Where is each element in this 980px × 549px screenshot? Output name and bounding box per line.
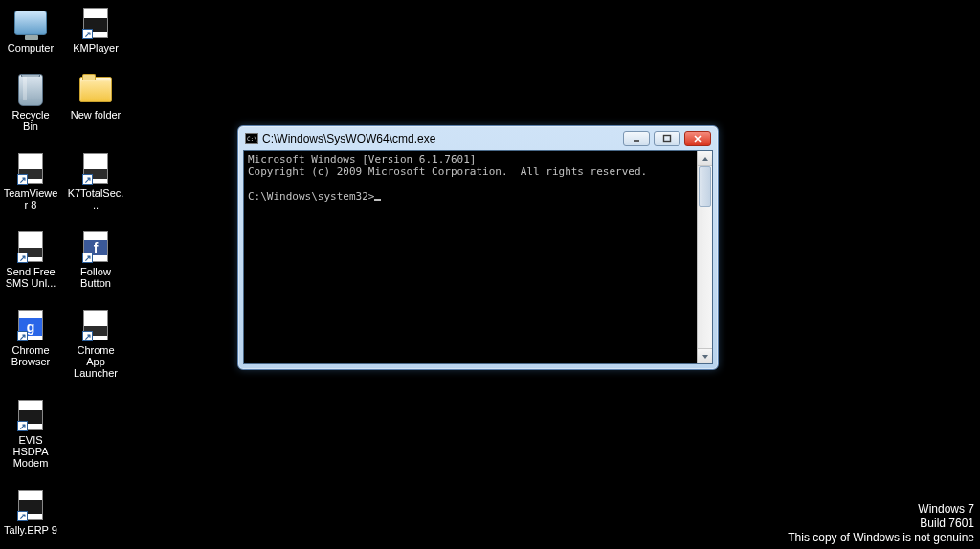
scroll-down-button[interactable]	[698, 348, 712, 363]
send-free-sms-shortcut-icon[interactable]: ↗Send Free SMS Unl...	[4, 230, 57, 289]
close-button[interactable]	[684, 131, 711, 146]
vertical-scrollbar[interactable]	[697, 151, 712, 363]
icon-label: K7TotalSec...	[67, 187, 124, 210]
svg-rect-1	[664, 136, 671, 142]
scroll-thumb[interactable]	[699, 166, 711, 207]
new-folder-icon[interactable]: New folder	[69, 73, 122, 132]
icon-label: Chrome App Launcher	[69, 344, 122, 379]
terminal-cursor	[374, 199, 381, 201]
watermark-line1: Windows 7	[788, 502, 974, 516]
cmd-window[interactable]: C:\Windows\SysWOW64\cmd.exe Microsoft Wi…	[237, 125, 719, 370]
window-titlebar[interactable]: C:\Windows\SysWOW64\cmd.exe	[243, 131, 713, 150]
chrome-browser-shortcut-icon[interactable]: g↗Chrome Browser	[4, 308, 57, 379]
icon-label: Follow Button	[69, 266, 122, 289]
window-title: C:\Windows\SysWOW64\cmd.exe	[262, 132, 619, 145]
kmplayer-shortcut-icon[interactable]: ↗KMPlayer	[69, 6, 122, 54]
scroll-track[interactable]	[698, 166, 712, 348]
scroll-up-button[interactable]	[698, 151, 712, 166]
evis-hsdpa-modem-shortcut-icon[interactable]: ↗EVIS HSDPA Modem	[4, 398, 57, 469]
window-client-area: Microsoft Windows [Version 6.1.7601] Cop…	[243, 150, 713, 364]
icon-label: Chrome Browser	[4, 344, 57, 367]
terminal-line-1: Microsoft Windows [Version 6.1.7601]	[248, 153, 476, 165]
maximize-button[interactable]	[654, 131, 680, 146]
follow-button-shortcut-icon[interactable]: f↗Follow Button	[69, 230, 122, 289]
cmd-title-icon	[245, 133, 258, 144]
icon-label: TeamViewer 8	[2, 187, 59, 210]
icon-label: New folder	[71, 109, 122, 121]
icon-label: Send Free SMS Unl...	[4, 266, 57, 289]
chrome-app-launcher-shortcut-icon[interactable]: ↗Chrome App Launcher	[69, 308, 122, 379]
watermark-line3: This copy of Windows is not genuine	[788, 531, 974, 545]
tally-erp9-shortcut-icon[interactable]: ↗Tally.ERP 9	[4, 488, 57, 536]
recycle-bin-icon[interactable]: Recycle Bin	[4, 73, 57, 132]
terminal-prompt: C:\Windows\system32>	[248, 190, 374, 203]
terminal-output[interactable]: Microsoft Windows [Version 6.1.7601] Cop…	[244, 151, 697, 363]
icon-label: KMPlayer	[73, 42, 119, 54]
terminal-line-2: Copyright (c) 2009 Microsoft Corporation…	[248, 165, 647, 178]
icon-label: Recycle Bin	[4, 109, 57, 132]
minimize-button[interactable]	[623, 131, 650, 146]
desktop-icon-grid: Computer↗KMPlayerRecycle BinNew folder↗T…	[4, 6, 122, 549]
icon-label: Computer	[8, 42, 54, 54]
computer-icon[interactable]: Computer	[4, 6, 57, 54]
k7totalsec-shortcut-icon[interactable]: ↗K7TotalSec...	[69, 151, 122, 210]
watermark-line2: Build 7601	[788, 516, 974, 531]
icon-label: EVIS HSDPA Modem	[4, 434, 57, 469]
icon-label: Tally.ERP 9	[4, 524, 57, 536]
windows-watermark: Windows 7 Build 7601 This copy of Window…	[788, 502, 974, 545]
teamviewer-shortcut-icon[interactable]: ↗TeamViewer 8	[4, 151, 57, 210]
